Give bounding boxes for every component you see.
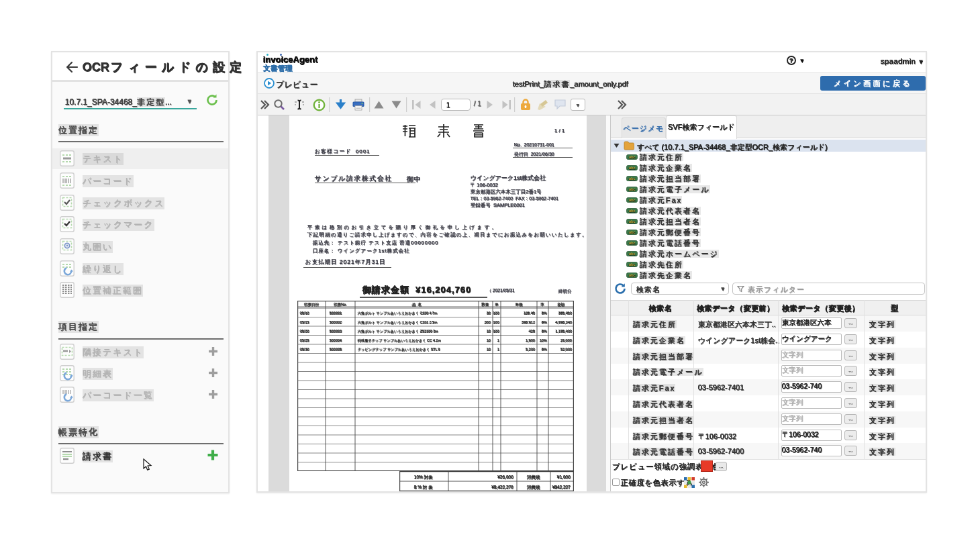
svg-text:8%: 8% (542, 320, 547, 324)
svg-text:品 名: 品 名 (412, 303, 422, 307)
svg-text:abc: abc (629, 155, 636, 159)
svg-text:200: 200 (485, 320, 491, 324)
svg-text:¥1,000: ¥1,000 (557, 475, 571, 479)
svg-text:1: 1 (497, 348, 499, 352)
svg-text:1,900: 1,900 (526, 338, 535, 342)
svg-text:六角ボルト サンプルあいうえおかきく C100 4.7m: 六角ボルト サンプルあいうえおかきく C100 4.7m (358, 311, 437, 316)
svg-text:100: 100 (493, 320, 499, 324)
svg-text:abc: abc (629, 187, 636, 191)
svg-text:abc: abc (629, 273, 636, 277)
svg-text:伝票日付: 伝票日付 (304, 303, 320, 307)
svg-text:500004: 500004 (330, 338, 342, 342)
svg-text:500002: 500002 (330, 320, 342, 324)
svg-text:abc: abc (629, 166, 636, 170)
svg-text:500001: 500001 (330, 311, 342, 315)
svg-text:10: 10 (487, 348, 491, 352)
svg-text:398.912: 398.912 (522, 320, 535, 324)
svg-text:05/25: 05/25 (300, 338, 309, 342)
svg-text:1: 1 (497, 338, 499, 342)
svg-text:abc: abc (629, 252, 636, 256)
svg-text:伝票No.: 伝票No. (334, 303, 347, 307)
svg-text:チッピングチップ サンプルあいうえおかきく STL 9: チッピングチップ サンプルあいうえおかきく STL 9 (358, 348, 440, 352)
svg-text:05/10: 05/10 (300, 311, 309, 315)
svg-text:500005: 500005 (330, 348, 342, 352)
svg-text:26,000: 26,000 (560, 338, 572, 342)
svg-text:10%: 10% (540, 338, 547, 342)
svg-text:単価: 単価 (516, 303, 524, 307)
svg-text:5,200: 5,200 (526, 348, 535, 352)
svg-text:30: 30 (487, 311, 491, 315)
svg-text:abc: abc (629, 241, 636, 245)
svg-text:金額: 金額 (558, 303, 566, 307)
svg-text:消費税: 消費税 (526, 485, 540, 490)
svg-text:8%: 8% (542, 311, 547, 315)
svg-text:¥842,227: ¥842,227 (552, 485, 571, 489)
svg-text:abc: abc (629, 230, 636, 234)
svg-text:128.45: 128.45 (524, 311, 535, 315)
svg-text:100: 100 (493, 330, 499, 334)
svg-text:特殊量子チップ サンプルあいうえおかきく CC 4.2m: 特殊量子チップ サンプルあいうえおかきく CC 4.2m (358, 338, 441, 343)
svg-text:¥26,000: ¥26,000 (498, 475, 514, 479)
svg-text:単: 単 (495, 303, 499, 307)
svg-text:abc: abc (629, 177, 636, 181)
svg-text:abc: abc (629, 198, 636, 202)
svg-text:52,000: 52,000 (560, 348, 572, 352)
svg-text:六角ボルト サンプルあいうえおかきく ZS2100 3m: 六角ボルト サンプルあいうえおかきく ZS2100 3m (358, 330, 438, 334)
svg-text:428: 428 (529, 330, 535, 334)
svg-text:8 % 対 象: 8 % 対 象 (414, 485, 433, 489)
svg-text:100: 100 (493, 311, 499, 315)
svg-text:05/15: 05/15 (300, 320, 309, 324)
svg-text:10: 10 (487, 330, 491, 334)
svg-text:率: 率 (540, 303, 544, 307)
svg-text:¥8,422,270: ¥8,422,270 (491, 485, 513, 489)
svg-text:8%: 8% (542, 348, 547, 352)
svg-text:05/20: 05/20 (300, 330, 309, 334)
svg-text:10: 10 (487, 338, 491, 342)
svg-text:消費税: 消費税 (526, 475, 540, 480)
svg-text:1,195,400: 1,195,400 (556, 330, 572, 334)
svg-text:10% 対象: 10% 対象 (414, 475, 433, 479)
svg-text:abc: abc (629, 209, 636, 213)
svg-text:abc: abc (629, 262, 636, 266)
svg-text:4,998,240: 4,998,240 (556, 320, 572, 324)
svg-text:05/30: 05/30 (300, 348, 309, 352)
svg-text:8%: 8% (542, 330, 547, 334)
svg-text:500003: 500003 (330, 330, 342, 334)
svg-text:数量: 数量 (482, 303, 490, 307)
svg-text:abc: abc (629, 219, 636, 224)
svg-text:六角ボルト サンプルあいうえおかきく C101 2.5m: 六角ボルト サンプルあいうえおかきく C101 2.5m (358, 320, 437, 325)
svg-text:385,450: 385,450 (558, 311, 572, 315)
